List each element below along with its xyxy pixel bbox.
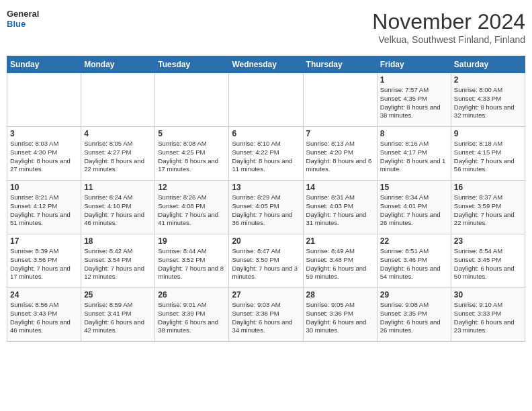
day-number: 19 xyxy=(158,236,226,246)
day-number: 26 xyxy=(158,290,226,300)
day-number: 22 xyxy=(380,236,448,246)
day-number: 17 xyxy=(10,236,78,246)
calendar-cell: 30Sunrise: 9:10 AM Sunset: 3:33 PM Dayli… xyxy=(451,288,525,342)
weekday-header: Friday xyxy=(377,56,451,73)
weekday-header: Sunday xyxy=(7,56,81,73)
day-number: 3 xyxy=(10,129,78,138)
day-number: 29 xyxy=(380,290,448,300)
day-number: 14 xyxy=(306,183,374,192)
day-number: 21 xyxy=(306,236,374,246)
calendar-cell: 15Sunrise: 8:34 AM Sunset: 4:01 PM Dayli… xyxy=(377,181,451,234)
day-number: 5 xyxy=(158,129,226,138)
day-number: 6 xyxy=(232,129,300,138)
day-number: 24 xyxy=(10,290,78,300)
day-content: Sunrise: 8:37 AM Sunset: 3:59 PM Dayligh… xyxy=(454,193,522,228)
day-number: 2 xyxy=(454,75,522,85)
day-number: 10 xyxy=(10,183,78,192)
calendar-cell: 27Sunrise: 9:03 AM Sunset: 3:38 PM Dayli… xyxy=(229,288,303,342)
day-content: Sunrise: 8:16 AM Sunset: 4:17 PM Dayligh… xyxy=(380,140,448,174)
calendar-cell: 22Sunrise: 8:51 AM Sunset: 3:46 PM Dayli… xyxy=(377,234,451,288)
calendar-cell: 17Sunrise: 8:39 AM Sunset: 3:56 PM Dayli… xyxy=(7,234,81,288)
day-content: Sunrise: 9:05 AM Sunset: 3:36 PM Dayligh… xyxy=(306,301,374,335)
day-number: 9 xyxy=(454,129,522,138)
calendar-cell: 16Sunrise: 8:37 AM Sunset: 3:59 PM Dayli… xyxy=(451,181,525,234)
day-number: 11 xyxy=(84,183,152,192)
calendar-cell: 18Sunrise: 8:42 AM Sunset: 3:54 PM Dayli… xyxy=(81,234,155,288)
day-number: 16 xyxy=(454,183,522,192)
day-content: Sunrise: 8:24 AM Sunset: 4:10 PM Dayligh… xyxy=(84,193,152,228)
day-number: 1 xyxy=(380,75,448,85)
day-number: 27 xyxy=(232,290,300,300)
day-content: Sunrise: 8:47 AM Sunset: 3:50 PM Dayligh… xyxy=(232,247,300,281)
day-content: Sunrise: 8:21 AM Sunset: 4:12 PM Dayligh… xyxy=(10,193,78,228)
calendar-cell: 26Sunrise: 9:01 AM Sunset: 3:39 PM Dayli… xyxy=(155,288,229,342)
calendar-header: SundayMondayTuesdayWednesdayThursdayFrid… xyxy=(7,56,525,73)
logo: General Blue xyxy=(7,9,35,35)
logo-text-general: General xyxy=(7,9,35,19)
logo-container: General Blue xyxy=(7,9,35,35)
day-content: Sunrise: 8:31 AM Sunset: 4:03 PM Dayligh… xyxy=(306,193,374,228)
weekday-header: Monday xyxy=(81,56,155,73)
calendar-cell: 3Sunrise: 8:03 AM Sunset: 4:30 PM Daylig… xyxy=(7,127,81,181)
calendar-cell xyxy=(303,73,377,127)
day-content: Sunrise: 8:18 AM Sunset: 4:15 PM Dayligh… xyxy=(454,140,522,174)
calendar-cell xyxy=(81,73,155,127)
day-number: 12 xyxy=(158,183,226,192)
day-number: 8 xyxy=(380,129,448,138)
weekday-header: Wednesday xyxy=(229,56,303,73)
day-content: Sunrise: 8:59 AM Sunset: 3:41 PM Dayligh… xyxy=(84,301,152,335)
day-content: Sunrise: 9:01 AM Sunset: 3:39 PM Dayligh… xyxy=(158,301,226,335)
day-content: Sunrise: 8:54 AM Sunset: 3:45 PM Dayligh… xyxy=(454,247,522,281)
day-content: Sunrise: 8:03 AM Sunset: 4:30 PM Dayligh… xyxy=(10,140,78,174)
day-number: 13 xyxy=(232,183,300,192)
day-content: Sunrise: 8:13 AM Sunset: 4:20 PM Dayligh… xyxy=(306,140,374,174)
day-content: Sunrise: 8:29 AM Sunset: 4:05 PM Dayligh… xyxy=(232,193,300,228)
day-content: Sunrise: 8:26 AM Sunset: 4:08 PM Dayligh… xyxy=(158,193,226,228)
calendar-cell: 28Sunrise: 9:05 AM Sunset: 3:36 PM Dayli… xyxy=(303,288,377,342)
day-number: 28 xyxy=(306,290,374,300)
month-title: November 2024 xyxy=(372,9,525,34)
day-number: 15 xyxy=(380,183,448,192)
calendar-cell xyxy=(229,73,303,127)
calendar-cell: 14Sunrise: 8:31 AM Sunset: 4:03 PM Dayli… xyxy=(303,181,377,234)
day-number: 30 xyxy=(454,290,522,300)
title-block: November 2024 Velkua, Southwest Finland,… xyxy=(372,9,525,45)
day-content: Sunrise: 8:10 AM Sunset: 4:22 PM Dayligh… xyxy=(232,140,300,174)
calendar-cell: 2Sunrise: 8:00 AM Sunset: 4:33 PM Daylig… xyxy=(451,73,525,127)
weekday-header: Saturday xyxy=(451,56,525,73)
calendar-cell: 1Sunrise: 7:57 AM Sunset: 4:35 PM Daylig… xyxy=(377,73,451,127)
day-content: Sunrise: 7:57 AM Sunset: 4:35 PM Dayligh… xyxy=(380,86,448,120)
calendar-cell: 12Sunrise: 8:26 AM Sunset: 4:08 PM Dayli… xyxy=(155,181,229,234)
calendar-cell: 11Sunrise: 8:24 AM Sunset: 4:10 PM Dayli… xyxy=(81,181,155,234)
logo-icon-area: General Blue xyxy=(7,9,35,35)
day-content: Sunrise: 8:42 AM Sunset: 3:54 PM Dayligh… xyxy=(84,247,152,281)
calendar-cell: 9Sunrise: 8:18 AM Sunset: 4:15 PM Daylig… xyxy=(451,127,525,181)
day-number: 25 xyxy=(84,290,152,300)
calendar-cell xyxy=(7,73,81,127)
day-content: Sunrise: 8:05 AM Sunset: 4:27 PM Dayligh… xyxy=(84,140,152,174)
day-content: Sunrise: 9:03 AM Sunset: 3:38 PM Dayligh… xyxy=(232,301,300,335)
weekday-header: Tuesday xyxy=(155,56,229,73)
calendar-table: SundayMondayTuesdayWednesdayThursdayFrid… xyxy=(7,56,525,342)
calendar-cell: 13Sunrise: 8:29 AM Sunset: 4:05 PM Dayli… xyxy=(229,181,303,234)
calendar-cell: 6Sunrise: 8:10 AM Sunset: 4:22 PM Daylig… xyxy=(229,127,303,181)
day-content: Sunrise: 8:39 AM Sunset: 3:56 PM Dayligh… xyxy=(10,247,78,281)
calendar-cell: 7Sunrise: 8:13 AM Sunset: 4:20 PM Daylig… xyxy=(303,127,377,181)
calendar-cell: 20Sunrise: 8:47 AM Sunset: 3:50 PM Dayli… xyxy=(229,234,303,288)
calendar-cell: 10Sunrise: 8:21 AM Sunset: 4:12 PM Dayli… xyxy=(7,181,81,234)
calendar-cell: 24Sunrise: 8:56 AM Sunset: 3:43 PM Dayli… xyxy=(7,288,81,342)
logo-text-blue: Blue xyxy=(7,19,35,30)
day-content: Sunrise: 8:08 AM Sunset: 4:25 PM Dayligh… xyxy=(158,140,226,174)
day-content: Sunrise: 9:10 AM Sunset: 3:33 PM Dayligh… xyxy=(454,301,522,335)
day-content: Sunrise: 8:49 AM Sunset: 3:48 PM Dayligh… xyxy=(306,247,374,281)
day-number: 4 xyxy=(84,129,152,138)
day-number: 23 xyxy=(454,236,522,246)
calendar-cell: 4Sunrise: 8:05 AM Sunset: 4:27 PM Daylig… xyxy=(81,127,155,181)
day-number: 20 xyxy=(232,236,300,246)
calendar-cell: 23Sunrise: 8:54 AM Sunset: 3:45 PM Dayli… xyxy=(451,234,525,288)
calendar-cell: 21Sunrise: 8:49 AM Sunset: 3:48 PM Dayli… xyxy=(303,234,377,288)
day-content: Sunrise: 9:08 AM Sunset: 3:35 PM Dayligh… xyxy=(380,301,448,335)
calendar-cell: 29Sunrise: 9:08 AM Sunset: 3:35 PM Dayli… xyxy=(377,288,451,342)
day-content: Sunrise: 8:34 AM Sunset: 4:01 PM Dayligh… xyxy=(380,193,448,228)
weekday-header: Thursday xyxy=(303,56,377,73)
